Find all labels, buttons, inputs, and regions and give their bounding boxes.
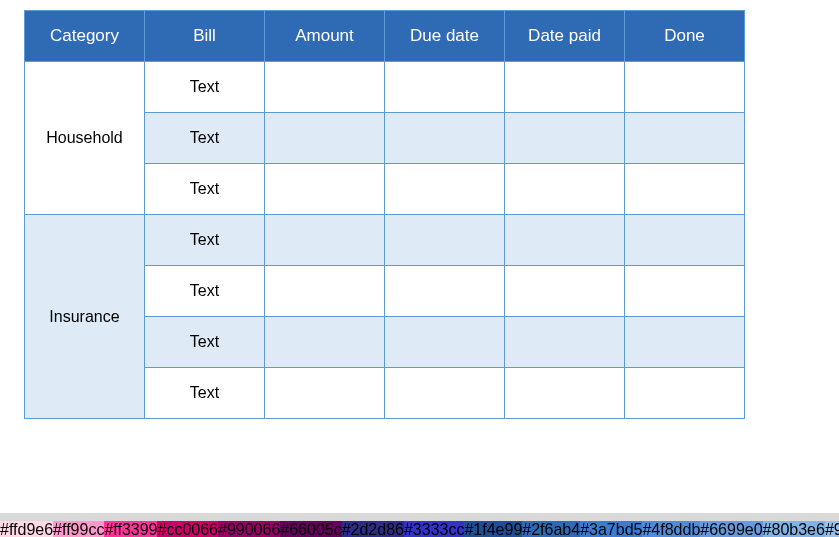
footer-separator [0,513,839,521]
data-cell[interactable] [625,266,745,317]
color-swatch[interactable]: #4f8ddb [642,521,700,537]
data-cell[interactable]: Text [145,317,265,368]
table-row: HouseholdText [25,62,745,113]
data-cell[interactable]: Text [145,266,265,317]
data-cell[interactable]: Text [145,215,265,266]
table-header-category: Category [25,11,145,62]
data-cell[interactable] [265,215,385,266]
color-swatch[interactable]: #ffd9e6 [0,521,53,537]
data-cell[interactable] [385,317,505,368]
data-cell[interactable] [625,113,745,164]
color-swatch[interactable]: #990066 [218,521,280,537]
data-cell[interactable] [505,113,625,164]
footer: #ffd9e6#ff99cc#ff3399#cc0066#990066#6600… [0,513,839,537]
data-cell[interactable] [625,368,745,419]
data-cell[interactable] [505,62,625,113]
color-swatch[interactable]: #99c2eb [825,521,839,537]
data-cell[interactable] [505,266,625,317]
data-cell[interactable]: Text [145,62,265,113]
category-cell[interactable]: Insurance [25,215,145,419]
color-swatch[interactable]: #ff3399 [104,521,157,537]
data-cell[interactable] [385,215,505,266]
color-palette[interactable]: #ffd9e6#ff99cc#ff3399#cc0066#990066#6600… [0,521,839,537]
data-cell[interactable]: Text [145,368,265,419]
data-cell[interactable] [625,215,745,266]
data-cell[interactable] [625,62,745,113]
data-cell[interactable] [505,164,625,215]
table-header-row: CategoryBillAmountDue dateDate paidDone [25,11,745,62]
color-swatch[interactable]: #ff99cc [53,521,104,537]
data-cell[interactable] [385,368,505,419]
data-cell[interactable] [385,266,505,317]
table-header-amount: Amount [265,11,385,62]
data-cell[interactable] [505,368,625,419]
table-header-bill: Bill [145,11,265,62]
table-header-done: Done [625,11,745,62]
data-cell[interactable] [265,164,385,215]
data-cell[interactable]: Text [145,113,265,164]
table-header-date-paid: Date paid [505,11,625,62]
data-cell[interactable] [385,164,505,215]
data-cell[interactable] [505,317,625,368]
data-cell[interactable] [385,62,505,113]
table-body: HouseholdTextTextTextInsuranceTextTextTe… [25,62,745,419]
color-swatch[interactable]: #3a7bd5 [580,521,642,537]
data-cell[interactable] [265,62,385,113]
data-cell[interactable] [385,113,505,164]
data-cell[interactable] [265,113,385,164]
color-swatch[interactable]: #80b3e6 [763,521,825,537]
color-swatch[interactable]: #66005c [280,521,341,537]
color-swatch[interactable]: #2f6ab4 [522,521,580,537]
data-cell[interactable] [505,215,625,266]
data-cell[interactable]: Text [145,164,265,215]
data-cell[interactable] [265,317,385,368]
table-header-due-date: Due date [385,11,505,62]
color-swatch[interactable]: #2d2d86 [342,521,404,537]
color-swatch[interactable]: #3333cc [404,521,465,537]
data-cell[interactable] [625,164,745,215]
data-cell[interactable] [265,266,385,317]
color-swatch[interactable]: #6699e0 [700,521,762,537]
bills-table: CategoryBillAmountDue dateDate paidDone … [24,10,745,419]
data-cell[interactable] [265,368,385,419]
color-swatch[interactable]: #cc0066 [157,521,218,537]
color-swatch[interactable]: #1f4e99 [464,521,522,537]
table-row: InsuranceText [25,215,745,266]
category-cell[interactable]: Household [25,62,145,215]
data-cell[interactable] [625,317,745,368]
